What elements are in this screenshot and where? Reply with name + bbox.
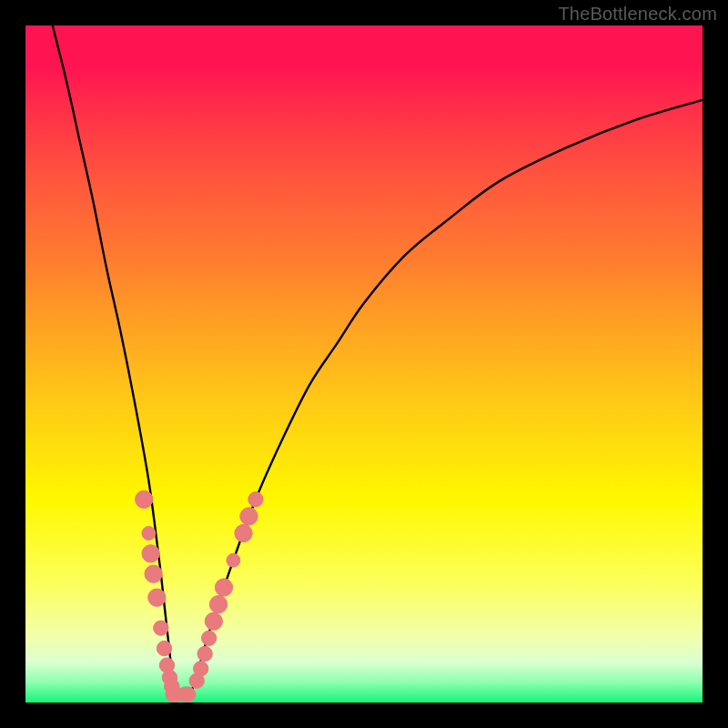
- cluster-right-lower-marker: [197, 646, 212, 661]
- cluster-right-upper-marker: [248, 492, 263, 507]
- cluster-right-lower-marker: [209, 595, 227, 612]
- cluster-right-lower-marker: [201, 631, 216, 645]
- cluster-right-upper-marker: [240, 508, 258, 525]
- plot-area: [25, 25, 703, 703]
- watermark-text: TheBottleneck.com: [558, 4, 717, 25]
- chart-svg: [25, 25, 703, 703]
- cluster-left-upper-marker: [142, 545, 159, 562]
- cluster-right-upper-marker: [227, 553, 240, 567]
- cluster-left-upper-marker: [148, 589, 166, 606]
- cluster-left-upper-marker: [136, 490, 153, 508]
- chart-frame: TheBottleneck.com: [0, 0, 728, 728]
- cluster-right-lower-marker: [205, 612, 222, 630]
- cluster-left-lower-marker: [154, 621, 168, 635]
- cluster-right-upper-marker: [235, 524, 252, 541]
- cluster-left-upper-marker: [145, 565, 162, 582]
- cluster-right-lower-marker: [215, 579, 232, 596]
- cluster-left-upper-marker: [142, 527, 156, 541]
- cluster-right-lower-marker: [194, 662, 208, 676]
- cluster-left-lower-marker: [157, 641, 171, 655]
- cluster-bottom-marker: [177, 687, 195, 702]
